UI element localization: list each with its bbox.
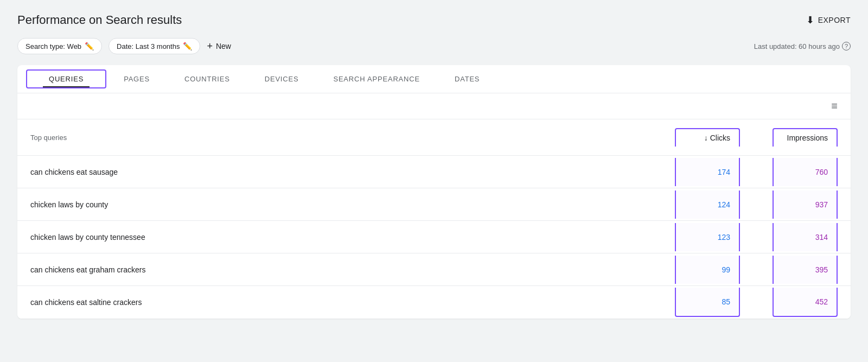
table-row: can chickens eat saltine crackers 85 452 <box>17 286 851 319</box>
row-query: chicken laws by county <box>30 200 642 209</box>
row-clicks: 174 <box>675 158 740 186</box>
tab-queries[interactable]: QUERIES <box>26 69 106 88</box>
new-label: New <box>216 42 231 50</box>
main-card: QUERIES PAGES COUNTRIES DEVICES SEARCH A… <box>17 65 851 319</box>
export-button[interactable]: ⬇ EXPORT <box>806 14 851 26</box>
row-clicks: 124 <box>675 190 740 219</box>
new-filter-button[interactable]: + New <box>207 41 231 52</box>
col-header-impressions[interactable]: Impressions <box>773 128 838 147</box>
date-label: Date: Last 3 months <box>117 42 180 50</box>
tab-search-appearance[interactable]: SEARCH APPEARANCE <box>316 65 437 93</box>
row-clicks: 99 <box>675 256 740 284</box>
clicks-header-label: Clicks <box>710 134 730 142</box>
page-title: Performance on Search results <box>17 13 182 27</box>
filter-icon-row: ≡ <box>17 93 851 119</box>
edit-date-icon: ✏️ <box>183 42 192 50</box>
table-row: can chickens eat graham crackers 99 395 <box>17 253 851 286</box>
table-row: chicken laws by county tennessee 123 314 <box>17 221 851 253</box>
last-updated-text: Last updated: 60 hours ago <box>754 42 840 50</box>
table-row: chicken laws by county 124 937 <box>17 188 851 221</box>
filter-lines-icon[interactable]: ≡ <box>831 100 838 112</box>
search-type-label: Search type: Web <box>25 42 81 50</box>
help-icon[interactable]: ? <box>842 42 851 50</box>
table-section: Top queries ↓ Clicks Impressions can chi… <box>17 119 851 319</box>
date-filter[interactable]: Date: Last 3 months ✏️ <box>108 38 200 54</box>
row-impressions: 452 <box>773 288 838 317</box>
export-icon: ⬇ <box>806 14 815 26</box>
row-query: can chickens eat sausage <box>30 168 642 176</box>
row-clicks: 123 <box>675 223 740 251</box>
tab-pages[interactable]: PAGES <box>106 65 167 93</box>
table-header: Top queries ↓ Clicks Impressions <box>17 119 851 156</box>
tab-dates[interactable]: DATES <box>437 65 497 93</box>
edit-search-type-icon: ✏️ <box>85 42 94 50</box>
tab-countries[interactable]: COUNTRIES <box>167 65 247 93</box>
search-type-filter[interactable]: Search type: Web ✏️ <box>17 38 102 54</box>
row-impressions: 760 <box>773 158 838 186</box>
tab-devices[interactable]: DEVICES <box>247 65 316 93</box>
row-query: chicken laws by county tennessee <box>30 233 642 242</box>
row-clicks: 85 <box>675 288 740 317</box>
row-query: can chickens eat graham crackers <box>30 265 642 274</box>
row-query: can chickens eat saltine crackers <box>30 298 642 307</box>
col-header-query: Top queries <box>30 134 642 142</box>
plus-icon: + <box>207 41 213 52</box>
export-label: EXPORT <box>818 16 851 24</box>
table-row: can chickens eat sausage 174 760 <box>17 156 851 188</box>
sort-arrow-icon: ↓ <box>704 134 708 142</box>
col-header-clicks[interactable]: ↓ Clicks <box>675 128 740 147</box>
impressions-header-label: Impressions <box>787 134 828 142</box>
tabs-row: QUERIES PAGES COUNTRIES DEVICES SEARCH A… <box>17 65 851 93</box>
row-impressions: 937 <box>773 190 838 219</box>
row-impressions: 314 <box>773 223 838 251</box>
row-impressions: 395 <box>773 256 838 284</box>
